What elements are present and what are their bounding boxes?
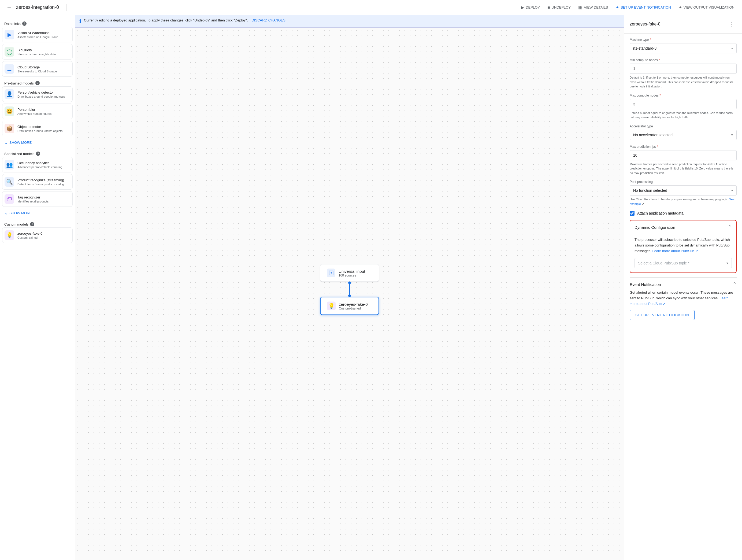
event-notification-collapse-icon: ⌃ (733, 281, 737, 287)
sidebar-item-person-blur[interactable]: 😊 Person blur Anonymize human figures (2, 104, 73, 119)
view-output-button[interactable]: ✦ VIEW OUTPUT VISUALIZATION (675, 3, 738, 12)
cloud-storage-icon: ☰ (5, 64, 14, 74)
product-recognize-text: Product recognize (streaming) Detect ite… (17, 178, 70, 186)
cloud-storage-text: Cloud Storage Store results to Cloud Sto… (17, 65, 70, 73)
panel-title: zeroeyes-fake-0 (630, 22, 660, 27)
machine-type-select-wrapper: n1-standard-8 n1-standard-4 n1-standard-… (630, 43, 737, 53)
attach-metadata-checkbox[interactable] (630, 211, 635, 216)
max-fps-group: Max prediction fps * Maximum frames per … (630, 145, 737, 175)
occupancy-text: Occupancy analytics Advanced person/vehi… (17, 161, 70, 169)
panel-more-button[interactable]: ⋮ (727, 19, 737, 29)
custom-title: Custom models ? (2, 220, 73, 227)
max-compute-group: Max compute nodes * Enter a number equal… (630, 94, 737, 120)
min-compute-group: Min compute nodes * Default is 1. If set… (630, 58, 737, 89)
info-banner: ℹ Currently editing a deployed applicati… (75, 15, 624, 28)
tag-recognizer-icon: 🏷 (5, 194, 14, 204)
dynamic-config-header[interactable]: Dynamic Configuration ⌃ (630, 220, 736, 234)
max-compute-input[interactable] (630, 99, 737, 109)
right-panel: zeroeyes-fake-0 ⋮ Machine type * n1-stan… (624, 15, 742, 560)
accelerator-label: Accelerator type (630, 124, 737, 128)
person-blur-icon: 😊 (5, 106, 14, 116)
sidebar-item-person-vehicle[interactable]: 👤 Person/vehicle detector Draw boxes aro… (2, 86, 73, 102)
deploy-button[interactable]: ▶ DEPLOY (518, 3, 543, 12)
bigquery-text: BigQuery Store structured insights data (17, 48, 70, 56)
custom-help-icon[interactable]: ? (30, 222, 34, 226)
postprocessing-hint: Use Cloud Functions to handle post-proce… (630, 197, 737, 206)
event-notification-text: Get alerted when certain model events oc… (630, 290, 737, 307)
discard-changes-button[interactable]: DISCARD CHANGES (252, 18, 285, 22)
event-notification-section: Event Notification ⌃ Get alerted when ce… (630, 277, 737, 320)
person-vehicle-icon: 👤 (5, 89, 14, 99)
sidebar-item-tag-recognizer[interactable]: 🏷 Tag recognizer Identifies retail produ… (2, 191, 73, 207)
specialized-help-icon[interactable]: ? (36, 152, 40, 156)
sidebar-item-bigquery[interactable]: ◯ BigQuery Store structured insights dat… (2, 44, 73, 59)
sidebar-item-occupancy[interactable]: 👥 Occupancy analytics Advanced person/ve… (2, 157, 73, 172)
zeroeyes-fake-icon: 💡 (5, 231, 14, 240)
app-title: zeroes-integration-0 (16, 5, 59, 10)
zeroeyes-node-icon: 💡 (327, 302, 336, 310)
person-vehicle-text: Person/vehicle detector Draw boxes aroun… (17, 90, 70, 98)
specialized-title: Specialized models ? (2, 149, 73, 157)
vision-ai-text: Vision AI Warehouse Assets stored on Goo… (17, 31, 70, 39)
dynamic-config-title: Dynamic Configuration (635, 225, 675, 230)
show-more-specialized[interactable]: ⌄ SHOW MORE (2, 208, 73, 218)
zeroeyes-node-text: zeroeyes-fake-0 Custom-trained (339, 302, 368, 310)
pretrained-title: Pre-trained models ? (2, 79, 73, 86)
deploy-icon: ▶ (521, 5, 524, 10)
accelerator-group: Accelerator type No accelerator selected… (630, 124, 737, 140)
pubsub-select-wrapper: Select a Cloud Pub/Sub topic * (635, 258, 732, 268)
max-fps-input[interactable] (630, 150, 737, 160)
pubsub-learn-more-link[interactable]: Learn more about Pub/Sub ↗ (652, 249, 698, 253)
sidebar-item-vision-ai[interactable]: ▶ Vision AI Warehouse Assets stored on G… (2, 27, 73, 42)
zeroeyes-node[interactable]: 💡 zeroeyes-fake-0 Custom-trained (320, 297, 379, 315)
dynamic-config-text: The processor will subscribe to selected… (635, 237, 732, 254)
pretrained-help-icon[interactable]: ? (35, 81, 40, 85)
dynamic-config-collapse-icon: ⌃ (728, 224, 732, 230)
see-example-link[interactable]: See example (630, 198, 735, 205)
nav-actions: ▶ DEPLOY ■ UNDEPLOY ▦ VIEW DETAILS ✦ SET… (518, 3, 738, 12)
universal-input-text: Universal input 100 sources (338, 269, 365, 277)
attach-metadata-row: Attach application metadata (630, 211, 737, 216)
person-blur-text: Person blur Anonymize human figures (17, 108, 70, 115)
setup-event-icon: ✦ (616, 5, 619, 10)
back-button[interactable]: ← (4, 3, 14, 12)
accelerator-select[interactable]: No accelerator selected NVIDIA Tesla T4 … (630, 130, 737, 140)
main-layout: Data sinks ? ▶ Vision AI Warehouse Asset… (0, 15, 742, 560)
max-fps-hint: Maximum frames per second to send predic… (630, 162, 737, 175)
tag-recognizer-text: Tag recognizer Identifies retail product… (17, 195, 70, 203)
data-sinks-help-icon[interactable]: ? (22, 21, 26, 26)
setup-event-notification-button[interactable]: SET UP EVENT NOTIFICATION (630, 310, 695, 320)
machine-type-label: Machine type * (630, 38, 737, 42)
node-container: Universal input 100 sources 💡 zeroeyes-f… (320, 264, 379, 315)
min-compute-input[interactable] (630, 63, 737, 74)
postprocessing-select-wrapper: No function selected (630, 185, 737, 196)
occupancy-icon: 👥 (5, 160, 14, 169)
show-more-pretrained[interactable]: ⌄ SHOW MORE (2, 138, 73, 147)
view-details-button[interactable]: ▦ VIEW DETAILS (575, 3, 611, 12)
bigquery-icon: ◯ (5, 47, 14, 57)
max-fps-label: Max prediction fps * (630, 145, 737, 149)
setup-event-button[interactable]: ✦ SET UP EVENT NOTIFICATION (612, 3, 674, 12)
postprocessing-group: Post-processing No function selected Use… (630, 180, 737, 206)
info-icon: ℹ (80, 18, 81, 24)
left-sidebar: Data sinks ? ▶ Vision AI Warehouse Asset… (0, 15, 75, 560)
vision-ai-icon: ▶ (5, 30, 14, 40)
universal-input-icon (327, 269, 335, 277)
connector-line (349, 284, 350, 295)
pubsub-topic-select[interactable]: Select a Cloud Pub/Sub topic * (635, 258, 732, 268)
universal-input-node[interactable]: Universal input 100 sources (320, 264, 379, 282)
undeploy-button[interactable]: ■ UNDEPLOY (544, 3, 574, 12)
panel-header: zeroeyes-fake-0 ⋮ (624, 15, 742, 34)
min-compute-hint: Default is 1. If set to 1 or more, then … (630, 75, 737, 89)
undeploy-icon: ■ (547, 5, 550, 10)
postprocessing-select[interactable]: No function selected (630, 185, 737, 196)
sidebar-item-product-recognize[interactable]: 🔍 Product recognize (streaming) Detect i… (2, 174, 73, 190)
machine-type-select[interactable]: n1-standard-8 n1-standard-4 n1-standard-… (630, 43, 737, 53)
sidebar-item-cloud-storage[interactable]: ☰ Cloud Storage Store results to Cloud S… (2, 61, 73, 77)
sidebar-item-object-detector[interactable]: 📦 Object detector Draw boxes around know… (2, 121, 73, 136)
attach-metadata-label: Attach application metadata (637, 211, 684, 215)
sidebar-item-zeroeyes-fake[interactable]: 💡 zeroeyes-fake-0 Custom-trained (2, 227, 73, 243)
canvas-area: Universal input 100 sources 💡 zeroeyes-f… (75, 28, 624, 557)
machine-type-group: Machine type * n1-standard-8 n1-standard… (630, 38, 737, 53)
postprocessing-label: Post-processing (630, 180, 737, 184)
